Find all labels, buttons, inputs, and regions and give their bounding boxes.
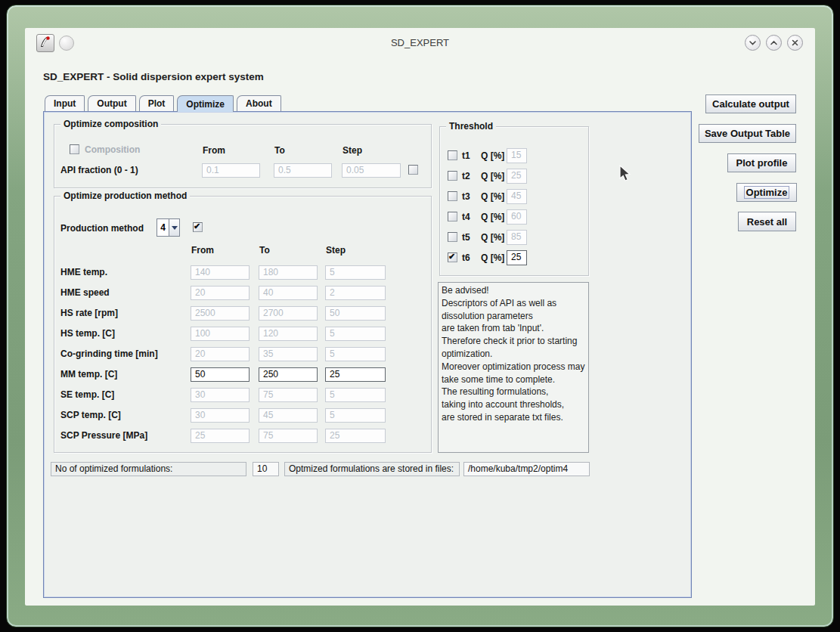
chevron-down-icon: [749, 39, 757, 47]
step-input[interactable]: 25: [325, 367, 386, 382]
step-input[interactable]: 2: [325, 286, 386, 300]
row-label: SCP Pressure [MPa]: [60, 430, 147, 441]
maximize-button[interactable]: [766, 35, 782, 51]
column-header-to: To: [274, 145, 285, 156]
window-title: SD_EXPERT: [0, 37, 840, 48]
from-input[interactable]: 100: [191, 327, 250, 341]
mouse-cursor-icon: [616, 165, 633, 186]
check-icon: ✔: [194, 222, 200, 231]
column-header-step: Step: [343, 145, 362, 156]
api-fraction-from-input[interactable]: 0.1: [202, 163, 260, 178]
to-input[interactable]: 40: [259, 286, 318, 300]
t3-checkbox[interactable]: ✔: [448, 191, 457, 201]
t1-q-input[interactable]: 15: [507, 148, 527, 163]
production-method-select[interactable]: 4: [157, 218, 180, 237]
t5-checkbox[interactable]: ✔: [448, 232, 457, 242]
q-label: Q [%]: [481, 171, 504, 181]
row-label: Co-grinding time [min]: [60, 349, 158, 359]
to-input[interactable]: 250: [259, 367, 318, 382]
t2-q-input[interactable]: 25: [507, 169, 527, 184]
button-label: Reset all: [747, 216, 787, 228]
from-input[interactable]: 140: [191, 265, 250, 280]
row-label: HME temp.: [60, 267, 107, 277]
from-input[interactable]: 2500: [191, 306, 250, 321]
tab-optimize[interactable]: Optimize: [177, 95, 234, 112]
notice-textarea[interactable]: Be advised! Descriptors of API as well a…: [438, 282, 589, 453]
group-title: Threshold: [446, 121, 496, 132]
formulations-count-value[interactable]: 10: [253, 462, 279, 476]
from-input[interactable]: 20: [191, 347, 250, 361]
button-label: Optimize: [745, 187, 789, 198]
combo-arrow-button[interactable]: [169, 219, 179, 236]
button-label: Save Output Table: [705, 128, 790, 139]
threshold-label: t5: [462, 232, 470, 243]
production-method-label: Production method: [60, 223, 144, 234]
composition-checkbox[interactable]: ✔: [70, 144, 79, 154]
q-label: Q [%]: [481, 232, 504, 243]
from-input[interactable]: 30: [191, 408, 250, 423]
step-input[interactable]: 5: [325, 327, 386, 341]
q-label: Q [%]: [481, 252, 504, 263]
step-input[interactable]: 25: [325, 429, 386, 443]
t6-q-input[interactable]: 25: [507, 250, 527, 265]
production-method-value: 4: [157, 219, 169, 236]
save-output-table-button[interactable]: Save Output Table: [699, 124, 796, 143]
tab-output[interactable]: Output: [88, 95, 135, 111]
optimize-button[interactable]: Optimize: [736, 183, 797, 202]
q-label: Q [%]: [481, 150, 504, 161]
plot-profile-button[interactable]: Plot profile: [727, 153, 796, 172]
chevron-down-icon: [172, 226, 178, 230]
column-header-from: From: [203, 145, 225, 156]
threshold-row: ✔ t1 Q [%] 15: [440, 148, 588, 163]
to-input[interactable]: 120: [259, 327, 318, 341]
t6-checkbox[interactable]: ✔: [448, 252, 457, 262]
from-input[interactable]: 20: [191, 286, 250, 300]
threshold-label: t4: [462, 212, 470, 222]
threshold-row: ✔ t5 Q [%] 85: [440, 230, 588, 245]
tab-input[interactable]: Input: [45, 95, 85, 111]
to-input[interactable]: 180: [259, 265, 318, 280]
threshold-label: t2: [462, 171, 470, 181]
t5-q-input[interactable]: 85: [507, 230, 527, 245]
from-input[interactable]: 25: [191, 429, 250, 443]
tab-plot[interactable]: Plot: [139, 95, 175, 111]
button-label: Plot profile: [736, 157, 788, 169]
t3-q-input[interactable]: 45: [507, 189, 527, 204]
to-input[interactable]: 35: [259, 347, 318, 361]
tab-about[interactable]: About: [237, 95, 281, 111]
column-header-to: To: [259, 245, 270, 256]
threshold-row: ✔ t6 Q [%] 25: [440, 250, 588, 265]
t4-q-input[interactable]: 60: [507, 209, 527, 225]
to-input[interactable]: 45: [259, 408, 318, 423]
step-input[interactable]: 5: [325, 388, 386, 402]
tab-bar: Input Output Plot Optimize About: [45, 95, 281, 112]
step-input[interactable]: 5: [325, 347, 386, 361]
from-input[interactable]: 50: [191, 367, 250, 382]
step-input[interactable]: 5: [325, 265, 386, 280]
button-label: Calculate output: [712, 98, 789, 110]
calculate-output-button[interactable]: Calculate output: [705, 94, 796, 113]
t4-checkbox[interactable]: ✔: [448, 212, 457, 222]
files-path-value[interactable]: /home/kuba/tmp2/optim4: [463, 462, 590, 476]
from-input[interactable]: 30: [191, 388, 250, 402]
api-fraction-label: API fraction (0 - 1): [60, 165, 138, 175]
production-method-checkbox[interactable]: ✔: [193, 222, 203, 232]
api-fraction-checkbox[interactable]: ✔: [408, 165, 418, 175]
api-fraction-step-input[interactable]: 0.05: [342, 163, 401, 178]
to-input[interactable]: 75: [259, 388, 318, 402]
column-header-step: Step: [326, 245, 346, 256]
api-fraction-to-input[interactable]: 0.5: [274, 163, 332, 178]
t1-checkbox[interactable]: ✔: [448, 150, 457, 160]
composition-checkbox-label: Composition: [85, 144, 140, 155]
optimize-composition-group: Optimize composition ✔ Composition From …: [54, 124, 432, 188]
close-button[interactable]: [787, 35, 803, 51]
reset-all-button[interactable]: Reset all: [738, 212, 796, 231]
close-icon: [791, 39, 799, 47]
to-input[interactable]: 75: [259, 429, 318, 443]
step-input[interactable]: 50: [325, 306, 386, 321]
minimize-button[interactable]: [745, 35, 761, 51]
to-input[interactable]: 2700: [259, 306, 318, 321]
row-label: HS temp. [C]: [60, 328, 115, 339]
step-input[interactable]: 5: [325, 408, 386, 423]
t2-checkbox[interactable]: ✔: [448, 171, 457, 181]
